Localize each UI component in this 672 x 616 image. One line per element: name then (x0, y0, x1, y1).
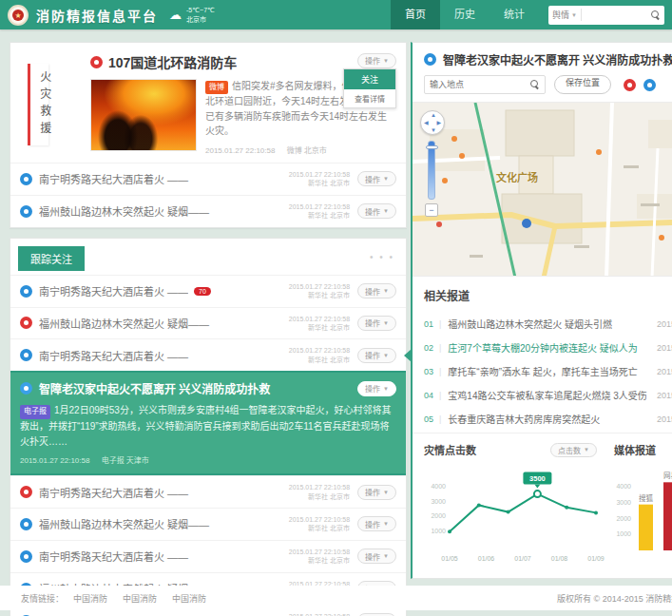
action-button[interactable]: 操作▼ (357, 348, 396, 363)
related-header: 相关报道 (413, 283, 672, 312)
nav-tab-history[interactable]: 历史 (440, 0, 490, 29)
svg-text:1000: 1000 (616, 530, 631, 537)
footer-links-label: 友情链接： (21, 592, 64, 605)
timestamp: 2015.01.27 22:10:58 (289, 283, 350, 290)
related-item[interactable]: 02| 庄河7个草莓大棚20分钟内被连起火 疑似人为 2015.01.27 (413, 336, 672, 359)
featured-news[interactable]: 107国道北环路消防车 操作▼ 关注 查看详情 微博信阳突发#多名网友爆料，信阳… (10, 43, 406, 163)
timestamp: 2015.01.27 22:10:58 (20, 456, 89, 465)
timestamp: 2015.01.27 22:10:58 (289, 347, 350, 354)
action-button[interactable]: 操作▼ (357, 203, 396, 219)
related-date: 2015.01.27 (657, 319, 672, 329)
cloud-icon: ☁ (169, 8, 182, 22)
save-location-button[interactable]: 保存位置 (554, 75, 611, 94)
header-search-input[interactable] (582, 10, 651, 20)
source-location: 新华社 北京市 (308, 212, 350, 219)
tracking-section-badge: 跟踪关注 (18, 246, 85, 271)
header: 消防精报信息平台 ☁ -5℃~7℃ 北京市 首页 历史 统计 舆情 ▼ (0, 0, 672, 29)
action-button[interactable]: 操作▼ (357, 53, 396, 68)
detail-title: 智障老汉家中起火不愿离开 兴义消防成功扑救 (443, 51, 672, 67)
timestamp: 2015.01.27 22:10:58 (205, 146, 275, 155)
chevron-down-icon: ▼ (383, 58, 389, 64)
news-row[interactable]: 南宁明秀路天纪大酒店着火 —— 2015.01.27 22:10:58 新华社 … (10, 338, 406, 371)
search-icon[interactable] (651, 10, 661, 20)
news-row[interactable]: 南宁明秀路天纪大酒店着火 —— 2015.01.27 22:10:58 新华社 … (10, 540, 406, 572)
news-row[interactable]: 南宁明秀路天纪大酒店着火 —— 70 2015.01.27 22:10:58 新… (10, 275, 406, 307)
fire-marker-icon (20, 518, 32, 530)
action-button[interactable]: 操作▼ (357, 485, 396, 500)
fire-marker-icon (20, 205, 32, 218)
category-vertical-tab[interactable]: 火灾救援 (28, 64, 48, 145)
featured-meta: 2015.01.27 22:10:58 微博 北京市 (205, 144, 396, 155)
source-tag: 电子报 (20, 405, 50, 419)
map-view[interactable]: 文化广场 ▲▼◀▶ − (413, 102, 672, 277)
footer: 友情链接： 中国消防 中国消防 中国消防 版权所有 © 2014-2015 消防… (0, 586, 672, 610)
menu-item-detail[interactable]: 查看详情 (344, 89, 395, 107)
search-category-dropdown[interactable]: 舆情 ▼ (552, 9, 582, 21)
search-icon[interactable] (530, 80, 540, 89)
related-item[interactable]: 01| 福州鼓山路边林木突然起火 疑烟头引燃 2015.01.27 (413, 312, 672, 336)
media-bar-chart: 媒体报道 1000200030004000搜狐网易腾讯 (614, 442, 672, 569)
action-button[interactable]: 操作▼ (357, 549, 396, 564)
svg-text:2000: 2000 (431, 512, 446, 519)
timestamp: 2015.01.27 22:10:58 (289, 549, 350, 555)
related-item[interactable]: 03| 摩托车“亲吻”洒水车 起火，摩托车主当场死亡 2015.01.27 (413, 359, 672, 383)
fire-marker-blue-icon[interactable] (643, 79, 656, 91)
bar-chart-title: 媒体报道 (614, 442, 656, 457)
timestamp: 2015.01.27 22:10:58 (289, 316, 350, 322)
footer-link[interactable]: 中国消防 (73, 592, 107, 605)
fire-marker-icon (20, 173, 32, 185)
svg-text:01/05: 01/05 (441, 555, 458, 562)
footer-link[interactable]: 中国消防 (172, 592, 206, 605)
menu-item-follow[interactable]: 关注 (344, 69, 395, 89)
nav-tab-stats[interactable]: 统计 (490, 0, 539, 29)
map-pan-control[interactable]: ▲▼◀▶ (420, 110, 445, 135)
more-options-icon[interactable]: • • • (370, 252, 394, 262)
featured-title: 107国道北环路消防车 (108, 52, 237, 71)
nav-tab-home[interactable]: 首页 (391, 0, 440, 29)
news-row[interactable]: 福州鼓山路边林木突然起火 疑烟—— 2015.01.27 22:10:58 新华… (10, 195, 406, 227)
fire-marker-red-icon[interactable] (624, 79, 636, 91)
svg-text:01/06: 01/06 (478, 555, 495, 562)
news-row[interactable]: 福州鼓山路边林木突然起火 疑烟—— 2015.01.27 22:10:58 新华… (10, 508, 406, 540)
action-menu: 关注 查看详情 (343, 68, 396, 108)
header-search: 舆情 ▼ (548, 6, 664, 25)
chart-metric-dropdown[interactable]: 点击数▼ (550, 443, 597, 457)
news-row[interactable]: 福州鼓山路边林木突然起火 疑烟—— 2015.01.27 22:10:58 新华… (10, 307, 406, 339)
svg-text:01/09: 01/09 (587, 555, 605, 562)
action-button[interactable]: 操作▼ (357, 283, 396, 298)
svg-text:搜狐: 搜狐 (639, 493, 653, 503)
action-button[interactable]: 操作▼ (357, 316, 396, 331)
map-zoom-out-button[interactable]: − (425, 203, 438, 217)
map-zoom-slider[interactable] (428, 141, 435, 200)
detail-panel: 智障老汉家中起火不愿离开 兴义消防成功扑救 保存位置 (411, 42, 672, 579)
related-item[interactable]: 05| 长春重庆路吉林大药房库房突然起火 2015.01.27 (413, 407, 672, 431)
related-date: 2015.01.27 (657, 414, 672, 424)
timestamp: 2015.01.27 22:10:58 (289, 484, 350, 491)
source-location: 新华社 北京市 (308, 356, 350, 363)
panel-connector-arrow (404, 349, 412, 362)
fire-marker-icon (20, 486, 32, 498)
fire-photo-thumbnail (90, 79, 197, 151)
zoom-knob[interactable] (426, 145, 438, 149)
source-location: 新华社 北京市 (308, 180, 350, 186)
source-location: 微博 北京市 (287, 146, 327, 155)
news-row[interactable]: 南宁明秀路天纪大酒店着火 —— 2015.01.27 22:10:58 新华社 … (10, 475, 406, 508)
news-row[interactable]: 南宁明秀路天纪大酒店着火 —— 2015.01.27 22:10:58 新华社 … (10, 163, 406, 195)
action-button[interactable]: 操作▼ (357, 516, 396, 531)
related-item[interactable]: 04| 宝鸡14路公交车被私家车追尾起火燃烧 3人受伤 2015.01.27 (413, 383, 672, 407)
timestamp: 2015.01.27 22:10:58 (289, 171, 350, 178)
weather-widget: ☁ -5℃~7℃ 北京市 (169, 6, 215, 24)
selected-news-item[interactable]: 智障老汉家中起火不愿离开 兴义消防成功扑救 操作▼ 电子报1月22日09时53分… (10, 371, 406, 475)
footer-link[interactable]: 中国消防 (123, 592, 157, 605)
map-search-input[interactable] (430, 80, 530, 89)
source-location: 新华社 北京市 (308, 324, 350, 331)
source-location: 新华社 北京市 (308, 525, 350, 531)
timestamp: 2015.01.27 22:10:58 (289, 203, 350, 210)
action-button[interactable]: 操作▼ (357, 381, 396, 396)
app-title: 消防精报信息平台 (36, 6, 158, 25)
svg-text:3000: 3000 (431, 498, 446, 505)
fire-emblem-logo-icon (8, 5, 29, 26)
map-graphics (413, 103, 672, 277)
related-reports: 相关报道 01| 福州鼓山路边林木突然起火 疑烟头引燃 2015.01.27 0… (413, 277, 672, 433)
action-button[interactable]: 操作▼ (357, 171, 396, 186)
